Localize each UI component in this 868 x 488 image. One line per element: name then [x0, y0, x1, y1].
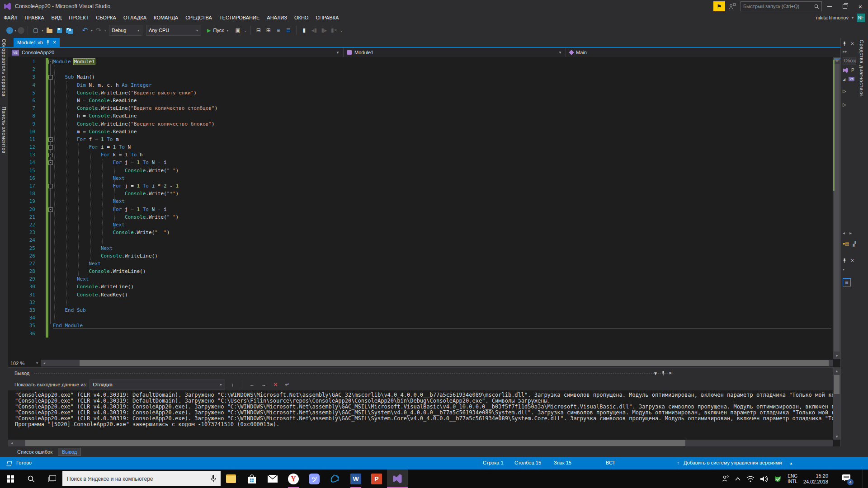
outlining-margin[interactable] — [48, 167, 53, 174]
project-dropdown[interactable]: VB ConsoleApp20 ▼ — [8, 48, 344, 57]
line-number[interactable]: 32 — [8, 299, 39, 306]
editor-horizontal-scrollbar[interactable] — [48, 360, 833, 366]
code-line-32[interactable]: 32 — [8, 299, 833, 306]
code-line-1[interactable]: 1-Module Module1 — [8, 58, 833, 66]
open-file-icon[interactable] — [45, 26, 54, 35]
taskbar-item-yandex-browser[interactable]: Y — [283, 469, 304, 488]
outlining-margin[interactable] — [48, 299, 53, 306]
outlining-margin[interactable]: - — [48, 206, 53, 213]
outlining-margin[interactable]: - — [48, 143, 53, 151]
scroll-left-icon[interactable]: ◂ — [8, 440, 15, 446]
line-number[interactable]: 16 — [8, 174, 39, 182]
navigate-forward-icon[interactable]: → — [18, 27, 24, 34]
code-line-20[interactable]: 20- For j = 1 To N - i — [8, 206, 833, 213]
people-icon[interactable] — [722, 475, 729, 482]
close-icon[interactable]: × — [53, 39, 56, 46]
outlining-margin[interactable] — [48, 197, 53, 205]
show-desktop-button[interactable] — [863, 469, 865, 488]
outlining-margin[interactable] — [48, 112, 53, 120]
line-number[interactable]: 17 — [8, 182, 39, 190]
close-button[interactable]: × — [853, 0, 868, 12]
collapse-box-icon[interactable]: - — [48, 75, 53, 80]
outlining-margin[interactable] — [48, 128, 53, 136]
code-line-27[interactable]: 27 Next — [8, 260, 833, 267]
solution-configuration-select[interactable]: Debug▾ — [109, 25, 142, 36]
line-number[interactable]: 27 — [8, 260, 39, 267]
code-line-8[interactable]: 8 h = Console.ReadLine — [8, 112, 833, 120]
menu-анализ[interactable]: АНАЛИЗ — [263, 13, 291, 23]
collapse-box-icon[interactable]: - — [48, 145, 53, 150]
line-number[interactable]: 9 — [8, 120, 39, 128]
line-number[interactable]: 3 — [8, 73, 39, 81]
line-number[interactable]: 5 — [8, 89, 39, 97]
outlining-margin[interactable] — [48, 120, 53, 128]
volume-icon[interactable] — [760, 476, 768, 482]
taskbar-search-button[interactable] — [21, 469, 42, 488]
code-line-17[interactable]: 17- For j = 1 To i * 2 - 1 — [8, 182, 833, 190]
code-line-34[interactable]: 34 — [8, 314, 833, 322]
scroll-up-icon[interactable]: ▲ — [833, 368, 840, 374]
clear-all-icon[interactable]: ✕ — [271, 380, 280, 389]
outlining-margin[interactable]: - — [48, 159, 53, 166]
outlining-margin[interactable] — [48, 221, 53, 229]
code-line-22[interactable]: 22 Next — [8, 221, 833, 229]
outlining-margin[interactable] — [48, 229, 53, 236]
panel-tab-error-list[interactable]: Список ошибок — [14, 448, 56, 455]
toolbar-overflow-icon[interactable]: ⌄ — [340, 28, 343, 33]
menu-правка[interactable]: ПРАВКА — [21, 13, 48, 23]
outlining-margin[interactable] — [48, 97, 53, 104]
notifications-flag-button[interactable]: ⚑ — [713, 1, 725, 11]
clear-bookmarks-icon[interactable]: ▮× — [330, 26, 339, 35]
tab-module1-vb[interactable]: Module1.vb × — [14, 38, 60, 47]
line-number[interactable]: 26 — [8, 252, 39, 260]
outlining-margin[interactable] — [48, 314, 53, 322]
code-line-23[interactable]: 23 Console.Write(" ") — [8, 229, 833, 236]
action-center-button[interactable]: 4 — [842, 474, 850, 483]
solution-search-input[interactable]: Обозр — [843, 57, 857, 65]
bookmark-icon[interactable]: ▮ — [300, 26, 309, 35]
attach-to-process-icon[interactable]: ▣ — [233, 26, 242, 35]
line-number[interactable]: 1 — [8, 58, 39, 66]
chevron-down-icon[interactable]: ▾ — [841, 267, 857, 272]
avatar[interactable]: NF — [857, 14, 865, 22]
line-number[interactable]: 14 — [8, 159, 39, 166]
collapse-box-icon[interactable]: - — [48, 184, 53, 188]
line-number[interactable]: 35 — [8, 322, 39, 329]
close-icon[interactable]: × — [851, 258, 854, 264]
code-line-21[interactable]: 21 Console.Write(" ") — [8, 213, 833, 221]
outlining-margin[interactable] — [48, 104, 53, 112]
code-line-18[interactable]: 18 Console.Write("*") — [8, 190, 833, 197]
line-number[interactable]: 4 — [8, 81, 39, 89]
tree-expand-icon[interactable]: ▷ — [841, 89, 857, 94]
new-project-icon[interactable]: ▢ — [31, 26, 40, 35]
nav-forward-icon[interactable]: ▸ — [849, 230, 852, 235]
menu-команда[interactable]: КОМАНДА — [150, 13, 182, 23]
scroll-down-icon[interactable]: ▼ — [833, 352, 840, 359]
type-dropdown[interactable]: Module1 ▼ — [344, 48, 566, 57]
zoom-level-select[interactable]: 102 % ▾ — [8, 359, 41, 367]
nav-back-icon[interactable]: ◂ — [843, 230, 845, 235]
add-to-source-control-button[interactable]: Добавить в систему управления версиями — [684, 460, 782, 465]
line-number[interactable]: 29 — [8, 275, 39, 283]
taskbar-item-file-explorer[interactable] — [221, 469, 241, 488]
chevron-down-icon[interactable]: ▾ — [91, 28, 93, 33]
outlining-margin[interactable]: - — [48, 73, 53, 81]
code-line-16[interactable]: 16 Next — [8, 174, 833, 182]
collapse-box-icon[interactable]: - — [48, 137, 53, 142]
wifi-icon[interactable] — [746, 476, 755, 482]
menu-вид[interactable]: ВИД — [48, 13, 66, 23]
find-in-files-icon[interactable]: ⊞ — [264, 26, 273, 35]
code-line-3[interactable]: 3- Sub Main() — [8, 73, 833, 81]
line-number[interactable]: 21 — [8, 213, 39, 221]
line-number[interactable]: 11 — [8, 136, 39, 143]
line-number[interactable]: 31 — [8, 291, 39, 299]
code-line-33[interactable]: 33 End Sub — [8, 306, 833, 314]
code-line-19[interactable]: 19 Next — [8, 197, 833, 205]
outlining-margin[interactable] — [48, 174, 53, 182]
code-line-9[interactable]: 9 Console.WriteLine("Введите количество … — [8, 120, 833, 128]
scrollbar-thumb[interactable] — [834, 64, 840, 352]
show-output-icon[interactable]: ⊟ — [254, 26, 263, 35]
code-line-30[interactable]: 30 Console.WriteLine() — [8, 283, 833, 291]
menu-проект[interactable]: ПРОЕКТ — [65, 13, 92, 23]
close-icon[interactable]: × — [851, 41, 854, 47]
